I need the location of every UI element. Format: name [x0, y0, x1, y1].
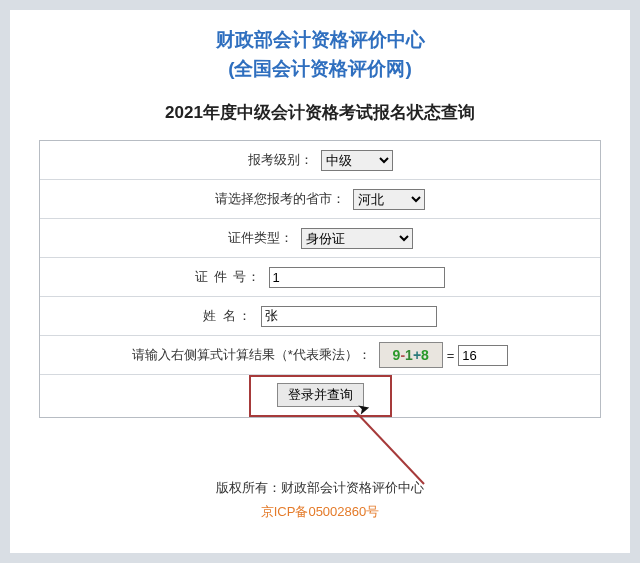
- captcha-equals: =: [447, 348, 455, 363]
- row-level: 报考级别： 中级: [40, 141, 600, 180]
- row-captcha: 请输入右侧算式计算结果（*代表乘法）： 9-1+8 =: [40, 336, 600, 375]
- footer-icp-link[interactable]: 京ICP备05002860号: [261, 504, 380, 519]
- submit-button[interactable]: 登录并查询: [277, 383, 364, 407]
- row-idnum: 证 件 号：: [40, 258, 600, 297]
- captcha-image: 9-1+8: [379, 342, 443, 368]
- idnum-input[interactable]: [269, 267, 445, 288]
- header-line2: (全国会计资格评价网): [10, 55, 630, 84]
- row-idtype: 证件类型： 身份证: [40, 219, 600, 258]
- page-title: 2021年度中级会计资格考试报名状态查询: [10, 101, 630, 124]
- level-label: 报考级别：: [248, 151, 313, 169]
- highlight-box: 登录并查询 ➤: [249, 375, 392, 417]
- query-form: 报考级别： 中级 请选择您报考的省市： 河北 证件类型： 身份证 证 件 号：: [39, 140, 601, 418]
- footer-copyright: 版权所有：财政部会计资格评价中心: [10, 476, 630, 501]
- header-line1: 财政部会计资格评价中心: [10, 26, 630, 55]
- row-submit: 登录并查询 ➤: [40, 375, 600, 417]
- footer: 版权所有：财政部会计资格评价中心 京ICP备05002860号: [10, 476, 630, 525]
- captcha-label: 请输入右侧算式计算结果（*代表乘法）：: [132, 346, 371, 364]
- name-label: 姓 名：: [203, 307, 254, 325]
- idtype-select[interactable]: 身份证: [301, 228, 413, 249]
- row-province: 请选择您报考的省市： 河北: [40, 180, 600, 219]
- svg-line-0: [354, 410, 424, 484]
- idnum-label: 证 件 号：: [195, 268, 260, 286]
- level-select[interactable]: 中级: [321, 150, 393, 171]
- name-input[interactable]: [261, 306, 437, 327]
- captcha-input[interactable]: [458, 345, 508, 366]
- idtype-label: 证件类型：: [228, 229, 293, 247]
- province-select[interactable]: 河北: [353, 189, 425, 210]
- province-label: 请选择您报考的省市：: [215, 190, 345, 208]
- row-name: 姓 名：: [40, 297, 600, 336]
